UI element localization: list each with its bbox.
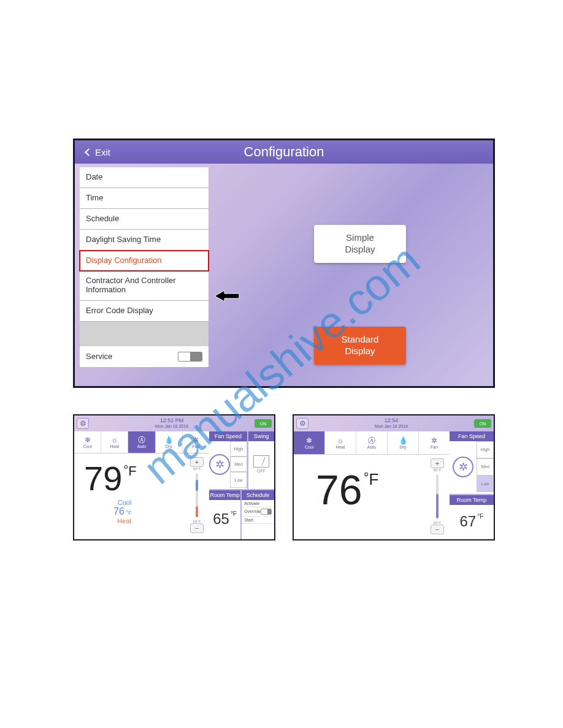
mode-label: Cool bbox=[305, 445, 313, 449]
slider-track[interactable] bbox=[196, 473, 198, 517]
clock-area: 12:54 Mon Jan 18 2016 bbox=[375, 418, 408, 429]
configuration-panel: Exit Configuration Date Time Schedule Da… bbox=[73, 138, 495, 388]
svg-marker-0 bbox=[215, 290, 239, 301]
slider-track[interactable] bbox=[436, 474, 439, 518]
menu-item-date[interactable]: Date bbox=[80, 167, 209, 188]
fan-level-buttons: High Med Low bbox=[477, 441, 494, 493]
exit-button[interactable]: Exit bbox=[80, 143, 117, 161]
room-temp-value: 65°F bbox=[209, 500, 240, 538]
schedule-activate-row[interactable]: Activate bbox=[242, 500, 274, 507]
mode-label: Cool bbox=[83, 444, 91, 449]
override-toggle[interactable] bbox=[261, 509, 272, 515]
room-temp-header: Room Temp bbox=[209, 490, 240, 500]
fan-icon-area: ✲ bbox=[450, 441, 477, 493]
menu-item-service[interactable]: Service bbox=[80, 346, 209, 367]
service-label: Service bbox=[86, 352, 112, 361]
menu-item-time[interactable]: Time bbox=[80, 188, 209, 209]
mode-dry-button[interactable]: 💧Dry bbox=[156, 431, 183, 453]
cool-label: Cool bbox=[118, 499, 132, 506]
fan-med-button[interactable]: Med bbox=[477, 458, 494, 476]
auto-icon: Ⓐ bbox=[368, 437, 375, 444]
date-text: Mon Jan 18 2016 bbox=[375, 424, 408, 429]
swing-body[interactable]: OFF bbox=[248, 441, 274, 488]
menu-spacer bbox=[80, 322, 209, 346]
fan-level-buttons: High Med Low bbox=[230, 441, 247, 488]
fan-high-button[interactable]: High bbox=[477, 441, 494, 458]
main-temp-display: 76°F bbox=[316, 466, 378, 514]
schedule-start-row[interactable]: Start bbox=[242, 517, 274, 524]
main-temp-display: 79°F bbox=[84, 458, 137, 498]
menu-item-display-config[interactable]: Display Configuration bbox=[79, 250, 209, 271]
status-bar: ⚙ 12:54 Mon Jan 18 2016 ON bbox=[294, 415, 494, 431]
temp-up-button[interactable]: + bbox=[190, 457, 204, 467]
menu-item-contractor-info[interactable]: Contractor And Controller Information bbox=[80, 271, 209, 301]
simple-display-button[interactable]: Simple Display bbox=[314, 225, 406, 263]
temp-down-button[interactable]: − bbox=[190, 523, 204, 533]
temperature-area: 76°F + 86°F 60°F − bbox=[294, 455, 450, 540]
standard-thermostat-panel: ⚙ 12:51 PM Mon Jan 18 2016 ON ❄Cool ☼Hea… bbox=[73, 414, 275, 540]
side-panels: Fan Speed ✲ High Med Low Room Temp 67°F bbox=[450, 431, 494, 539]
mode-auto-button[interactable]: ⒶAuto bbox=[356, 431, 388, 454]
mode-cool-button[interactable]: ❄Cool bbox=[74, 431, 101, 453]
mode-heat-button[interactable]: ☼Heat bbox=[101, 431, 128, 453]
config-header-bar: Exit Configuration bbox=[75, 140, 493, 164]
sun-icon: ☼ bbox=[337, 437, 344, 444]
temp-down-button[interactable]: − bbox=[431, 525, 444, 534]
swing-icon bbox=[253, 455, 269, 468]
mode-label: Fan bbox=[431, 445, 438, 449]
settings-button[interactable]: ⚙ bbox=[77, 418, 89, 429]
service-toggle[interactable] bbox=[178, 352, 202, 362]
mode-label: Dry bbox=[166, 444, 172, 449]
arrow-left-icon bbox=[215, 289, 240, 303]
temp-slider[interactable]: + 82°F 68°F − bbox=[190, 457, 204, 533]
fan-high-button[interactable]: High bbox=[230, 441, 247, 457]
standard-display-button[interactable]: Standard Display bbox=[314, 327, 406, 365]
fan-blade-icon: ✲ bbox=[209, 454, 230, 475]
status-bar: ⚙ 12:51 PM Mon Jan 18 2016 ON bbox=[74, 415, 274, 431]
mode-label: Auto bbox=[137, 444, 146, 449]
fan-speed-panel: Fan Speed ✲ High Med Low bbox=[450, 431, 494, 494]
schedule-override-row[interactable]: Override bbox=[242, 507, 274, 517]
fan-icon-area: ✲ bbox=[209, 441, 230, 488]
menu-item-schedule[interactable]: Schedule bbox=[80, 209, 209, 230]
swing-state-label: OFF bbox=[257, 469, 266, 473]
auto-icon: Ⓐ bbox=[138, 436, 145, 444]
main-area: ❄Cool ☼Heat ⒶAuto 💧Dry ✲Fan 79°F Cool 76… bbox=[74, 431, 209, 539]
mode-fan-button[interactable]: ✲Fan bbox=[183, 431, 209, 453]
mode-auto-button[interactable]: ⒶAuto bbox=[128, 431, 155, 453]
setpoints: Cool 76 °F Heat bbox=[113, 499, 131, 525]
fan-icon: ✲ bbox=[431, 437, 437, 444]
exit-label: Exit bbox=[95, 147, 110, 157]
slider-top-label: 86°F bbox=[434, 468, 442, 472]
fan-blade-icon: ✲ bbox=[453, 457, 473, 477]
mode-heat-button[interactable]: ☼Heat bbox=[325, 431, 356, 454]
side-panels: Fan Speed ✲ High Med Low Swing OFF bbox=[209, 431, 274, 539]
droplet-icon: 💧 bbox=[164, 436, 174, 444]
mode-cool-button[interactable]: ❄Cool bbox=[294, 431, 325, 454]
fan-low-button[interactable]: Low bbox=[477, 476, 494, 493]
main-area: ❄Cool ☼Heat ⒶAuto 💧Dry ✲Fan 76°F + 86°F … bbox=[294, 431, 450, 539]
mode-dry-button[interactable]: 💧Dry bbox=[388, 431, 419, 454]
mode-label: Heat bbox=[336, 445, 345, 449]
room-temp-panel: Room Temp 65°F bbox=[209, 490, 240, 539]
menu-item-dst[interactable]: Daylight Saving Time bbox=[80, 230, 209, 251]
snowflake-icon: ❄ bbox=[306, 437, 312, 444]
snowflake-icon: ❄ bbox=[85, 436, 91, 444]
mode-row: ❄Cool ☼Heat ⒶAuto 💧Dry ✲Fan bbox=[294, 431, 450, 455]
temp-up-button[interactable]: + bbox=[431, 458, 444, 468]
power-on-button[interactable]: ON bbox=[255, 419, 272, 428]
time-text: 12:54 bbox=[375, 418, 408, 424]
room-temp-panel: Room Temp 67°F bbox=[450, 495, 494, 540]
menu-item-error-code[interactable]: Error Code Display bbox=[80, 301, 209, 322]
fan-low-button[interactable]: Low bbox=[230, 472, 247, 487]
settings-button[interactable]: ⚙ bbox=[296, 418, 308, 429]
swing-panel: Swing OFF bbox=[248, 431, 274, 489]
temp-slider[interactable]: + 86°F 60°F − bbox=[430, 458, 445, 534]
cool-setpoint: 76 bbox=[113, 506, 124, 517]
droplet-icon: 💧 bbox=[399, 437, 408, 444]
heat-label: Heat bbox=[117, 517, 131, 525]
fan-speed-panel: Fan Speed ✲ High Med Low bbox=[209, 431, 247, 489]
power-on-button[interactable]: ON bbox=[474, 419, 491, 428]
fan-med-button[interactable]: Med bbox=[230, 457, 247, 472]
mode-fan-button[interactable]: ✲Fan bbox=[419, 431, 450, 454]
